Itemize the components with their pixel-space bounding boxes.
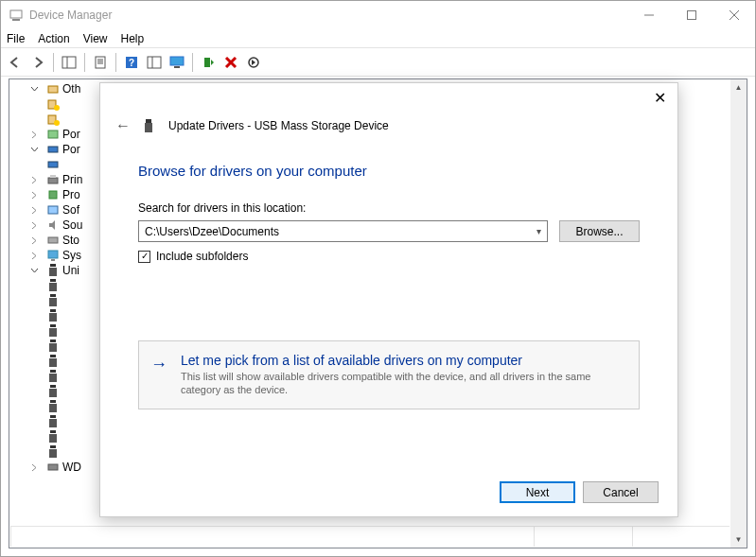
menu-file[interactable]: File (7, 32, 25, 45)
tree-item[interactable] (13, 339, 98, 354)
tree-item[interactable]: Por (13, 127, 98, 142)
tree-item[interactable] (13, 157, 98, 172)
tree-item[interactable]: Sys (13, 248, 98, 263)
tree-item[interactable]: Sof (13, 202, 98, 218)
tree-label: Sof (62, 203, 79, 217)
tree-label: Prin (62, 173, 82, 186)
minimize-button[interactable] (627, 1, 670, 29)
expand-icon[interactable] (30, 463, 45, 472)
svg-rect-0 (10, 10, 22, 18)
pick-from-list-option[interactable]: → Let me pick from a list of available d… (138, 340, 640, 409)
tree-item[interactable] (13, 444, 98, 460)
tree-item[interactable] (13, 278, 98, 293)
option-title: Let me pick from a list of available dri… (181, 353, 624, 368)
tree-item[interactable]: WD (13, 460, 98, 475)
forward-icon[interactable] (27, 52, 48, 73)
expand-icon[interactable] (30, 252, 45, 260)
svg-rect-22 (48, 86, 58, 93)
tree-item[interactable] (13, 399, 98, 414)
update-driver-icon[interactable] (198, 52, 219, 73)
expand-icon[interactable] (30, 221, 45, 230)
driver-path-combobox[interactable]: C:\Users\Dzee\Documents ▾ (138, 220, 548, 242)
other-devices-icon (45, 82, 61, 96)
menu-action[interactable]: Action (38, 32, 69, 45)
path-value: C:\Users\Dzee\Documents (145, 225, 279, 238)
collapse-icon[interactable] (30, 85, 45, 94)
usb-device-icon (45, 370, 61, 383)
expand-icon[interactable] (30, 176, 45, 184)
system-icon (45, 249, 61, 262)
include-subfolders-checkbox[interactable]: ✓ Include subfolders (138, 250, 640, 263)
monitor-icon[interactable] (167, 52, 187, 73)
back-icon[interactable] (5, 52, 26, 73)
svg-rect-39 (145, 123, 152, 132)
help-icon[interactable]: ? (121, 52, 142, 73)
svg-rect-8 (96, 57, 105, 68)
close-button[interactable] (712, 1, 755, 29)
tree-item[interactable]: Oth (13, 81, 98, 96)
back-arrow-icon[interactable]: ← (115, 117, 131, 134)
warning-device-icon (45, 113, 61, 126)
tree-label: Sto (62, 234, 79, 247)
cancel-button[interactable]: Cancel (583, 481, 659, 503)
tree-item[interactable] (13, 308, 98, 323)
scroll-down-icon[interactable]: ▼ (730, 531, 747, 548)
svg-rect-14 (148, 57, 161, 68)
search-location-label: Search for drivers in this location: (138, 201, 640, 215)
svg-rect-18 (204, 58, 210, 67)
expand-icon[interactable] (30, 206, 45, 215)
usb-device-icon (45, 309, 61, 322)
tree-item[interactable] (13, 414, 98, 429)
browse-button[interactable]: Browse... (559, 220, 640, 242)
properties-icon[interactable] (90, 52, 111, 73)
collapse-icon[interactable] (30, 146, 45, 154)
separator (84, 53, 85, 72)
tree-item[interactable]: Por (13, 142, 98, 157)
uninstall-icon[interactable] (220, 52, 241, 73)
tree-item[interactable] (13, 293, 98, 308)
vertical-scrollbar[interactable]: ▲ ▼ (730, 79, 747, 548)
tree-item[interactable] (13, 323, 98, 339)
wd-icon (45, 461, 61, 474)
svg-rect-32 (49, 191, 57, 199)
expand-icon[interactable] (30, 191, 45, 200)
tree-item[interactable] (13, 112, 98, 127)
menu-help[interactable]: Help (121, 32, 145, 45)
expand-icon[interactable] (30, 131, 45, 139)
device-tree[interactable]: Oth Por Por (13, 81, 98, 475)
svg-rect-17 (174, 66, 180, 68)
tree-item[interactable] (13, 369, 98, 384)
chevron-down-icon[interactable]: ▾ (536, 226, 541, 236)
next-button[interactable]: Next (500, 481, 575, 503)
scan-icon[interactable] (144, 52, 165, 73)
close-icon[interactable]: ✕ (654, 89, 666, 107)
svg-rect-16 (170, 57, 184, 65)
svg-rect-38 (146, 119, 151, 123)
usb-device-icon (45, 415, 61, 428)
collapse-icon[interactable] (30, 267, 45, 275)
usb-device-icon (45, 355, 61, 368)
tree-item[interactable]: Sto (13, 233, 98, 248)
tree-item[interactable] (13, 429, 98, 444)
tree-item[interactable] (13, 384, 98, 399)
tree-item[interactable]: Uni (13, 263, 98, 278)
tree-item[interactable] (13, 96, 98, 112)
disable-icon[interactable] (243, 52, 264, 73)
show-hide-tree-icon[interactable] (59, 52, 79, 73)
expand-icon[interactable] (30, 236, 45, 245)
tree-item[interactable] (13, 354, 98, 369)
ports-icon (45, 143, 61, 156)
warning-device-icon (45, 97, 61, 111)
tree-item[interactable]: Sou (13, 218, 98, 233)
dialog-body: Browse for drivers on your computer Sear… (138, 163, 640, 409)
usb-device-icon (45, 294, 61, 307)
tree-item[interactable]: Prin (13, 172, 98, 187)
option-description: This list will show available drivers co… (181, 370, 624, 397)
tree-label: Por (62, 143, 80, 156)
maximize-button[interactable] (670, 1, 712, 29)
tree-item[interactable]: Pro (13, 187, 98, 202)
scroll-up-icon[interactable]: ▲ (730, 79, 747, 96)
content-pane: ▲ ▼ Oth Por Por (9, 78, 747, 548)
menu-view[interactable]: View (83, 32, 108, 45)
svg-point-24 (54, 105, 60, 111)
